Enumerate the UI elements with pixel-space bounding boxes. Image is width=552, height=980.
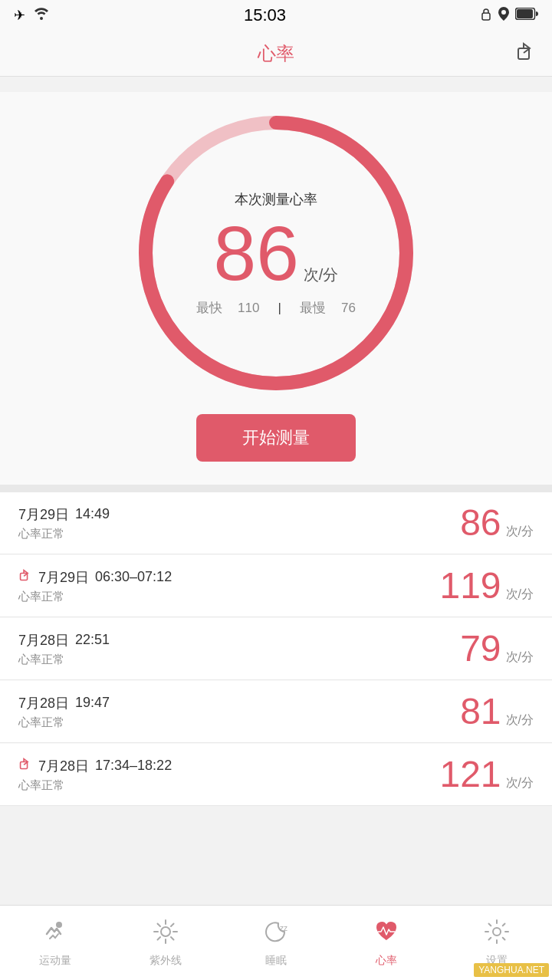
history-item: 7月28日 17:34–18:22 心率正常 121 次/分 bbox=[0, 744, 552, 806]
tab-bar: 运动量 紫外线 zz 睡眠 bbox=[0, 905, 552, 980]
history-item-left: 7月28日 17:34–18:22 心率正常 bbox=[18, 757, 172, 793]
history-date: 7月28日 17:34–18:22 bbox=[18, 757, 172, 775]
gauge-wrapper: 本次测量心率 86 次/分 最快110 | 最慢76 bbox=[130, 107, 422, 399]
status-bar: ✈ 15:03 bbox=[0, 0, 552, 31]
history-list: 7月29日 14:49 心率正常 86 次/分 bbox=[0, 492, 552, 806]
gauge-unit: 次/分 bbox=[304, 265, 339, 285]
svg-line-15 bbox=[171, 937, 174, 940]
history-date: 7月28日 19:47 bbox=[18, 694, 110, 712]
gauge-inner: 本次测量心率 86 次/分 最快110 | 最慢76 bbox=[169, 190, 383, 317]
tab-sleep[interactable]: zz 睡眠 bbox=[221, 919, 331, 968]
battery-icon bbox=[515, 8, 538, 24]
history-unit: 次/分 bbox=[506, 524, 534, 540]
watermark: YANGHUA.NET bbox=[474, 963, 549, 977]
history-unit: 次/分 bbox=[506, 712, 534, 728]
share-button[interactable] bbox=[515, 41, 537, 67]
history-time-text: 14:49 bbox=[75, 506, 110, 522]
history-date-text: 7月29日 bbox=[38, 568, 89, 587]
history-date: 7月29日 06:30–07:12 bbox=[18, 568, 172, 587]
status-right bbox=[480, 7, 538, 25]
uv-icon bbox=[153, 919, 179, 951]
history-status: 心率正常 bbox=[18, 778, 172, 793]
history-time-text: 17:34–18:22 bbox=[95, 758, 172, 774]
history-unit: 次/分 bbox=[506, 649, 534, 666]
history-time-text: 19:47 bbox=[75, 695, 110, 711]
fast-value: 110 bbox=[238, 301, 259, 315]
history-item-left: 7月29日 14:49 心率正常 bbox=[18, 505, 110, 541]
share-icon bbox=[18, 568, 32, 586]
airplane-icon: ✈ bbox=[14, 7, 25, 24]
tab-settings[interactable]: 设置 bbox=[442, 919, 552, 968]
history-date-text: 7月28日 bbox=[38, 757, 89, 775]
history-value: 121 bbox=[439, 756, 501, 793]
svg-rect-0 bbox=[482, 13, 490, 20]
fast-label: 最快 bbox=[196, 301, 222, 315]
wifi-icon bbox=[33, 8, 50, 24]
history-item: 7月28日 22:51 心率正常 79 次/分 bbox=[0, 618, 552, 680]
history-status: 心率正常 bbox=[18, 527, 110, 541]
tab-sleep-label: 睡眠 bbox=[265, 954, 287, 968]
history-right: 79 次/分 bbox=[460, 630, 534, 667]
history-item: 7月28日 19:47 心率正常 81 次/分 bbox=[0, 681, 552, 743]
history-status: 心率正常 bbox=[18, 590, 172, 604]
section-divider bbox=[0, 485, 552, 492]
svg-line-16 bbox=[171, 923, 174, 926]
status-time: 15:03 bbox=[244, 5, 286, 25]
history-date: 7月28日 22:51 bbox=[18, 631, 110, 649]
history-value: 81 bbox=[460, 693, 501, 730]
svg-line-17 bbox=[158, 937, 161, 940]
history-status: 心率正常 bbox=[18, 653, 110, 667]
history-unit: 次/分 bbox=[506, 775, 534, 791]
slow-value: 76 bbox=[341, 301, 356, 315]
history-time-text: 22:51 bbox=[75, 632, 110, 648]
history-item-left: 7月29日 06:30–07:12 心率正常 bbox=[18, 568, 172, 604]
history-date-text: 7月28日 bbox=[18, 694, 69, 712]
history-date: 7月29日 14:49 bbox=[18, 505, 110, 524]
start-measure-button[interactable]: 开始测量 bbox=[196, 414, 356, 462]
history-right: 119 次/分 bbox=[439, 567, 534, 604]
history-unit: 次/分 bbox=[506, 587, 534, 603]
history-item: 7月29日 06:30–07:12 心率正常 119 次/分 bbox=[0, 555, 552, 617]
activity-icon bbox=[42, 919, 68, 951]
history-right: 81 次/分 bbox=[460, 693, 534, 730]
slow-label: 最慢 bbox=[300, 301, 326, 315]
history-right: 86 次/分 bbox=[460, 505, 534, 541]
tab-activity-label: 运动量 bbox=[39, 954, 71, 968]
share-icon bbox=[18, 757, 32, 774]
history-status: 心率正常 bbox=[18, 715, 110, 730]
status-left: ✈ bbox=[14, 7, 50, 24]
history-item-left: 7月28日 19:47 心率正常 bbox=[18, 694, 110, 730]
main-content: 本次测量心率 86 次/分 最快110 | 最慢76 开始测量 7月29日 bbox=[0, 77, 552, 882]
svg-point-19 bbox=[493, 928, 501, 936]
page-title: 心率 bbox=[258, 41, 294, 66]
svg-rect-2 bbox=[517, 9, 533, 18]
sleep-icon: zz bbox=[263, 919, 289, 951]
history-item: 7月29日 14:49 心率正常 86 次/分 bbox=[0, 492, 552, 554]
svg-line-14 bbox=[158, 923, 161, 926]
history-value: 119 bbox=[439, 567, 501, 604]
location-icon bbox=[498, 7, 509, 25]
heart-icon bbox=[373, 919, 399, 951]
tab-uv-label: 紫外线 bbox=[150, 954, 182, 968]
lock-icon bbox=[480, 7, 492, 25]
svg-point-8 bbox=[56, 922, 62, 928]
history-time-text: 06:30–07:12 bbox=[95, 569, 172, 585]
tab-activity[interactable]: 运动量 bbox=[0, 919, 110, 968]
tab-heart[interactable]: 心率 bbox=[331, 919, 442, 968]
gauge-range: 最快110 | 最慢76 bbox=[169, 299, 383, 317]
settings-icon bbox=[484, 919, 510, 951]
tab-uv[interactable]: 紫外线 bbox=[110, 919, 221, 968]
nav-bar: 心率 bbox=[0, 31, 552, 77]
svg-point-9 bbox=[161, 927, 170, 936]
history-value: 79 bbox=[460, 630, 501, 667]
history-date-text: 7月29日 bbox=[18, 505, 69, 524]
history-date-text: 7月28日 bbox=[18, 631, 69, 649]
history-value: 86 bbox=[460, 505, 501, 541]
history-item-left: 7月28日 22:51 心率正常 bbox=[18, 631, 110, 667]
gauge-section: 本次测量心率 86 次/分 最快110 | 最慢76 开始测量 bbox=[0, 92, 552, 485]
svg-text:zz: zz bbox=[280, 924, 288, 932]
gauge-value: 86 bbox=[214, 215, 299, 291]
tab-heart-label: 心率 bbox=[376, 954, 397, 968]
gauge-label: 本次测量心率 bbox=[169, 190, 383, 209]
history-right: 121 次/分 bbox=[439, 756, 534, 793]
